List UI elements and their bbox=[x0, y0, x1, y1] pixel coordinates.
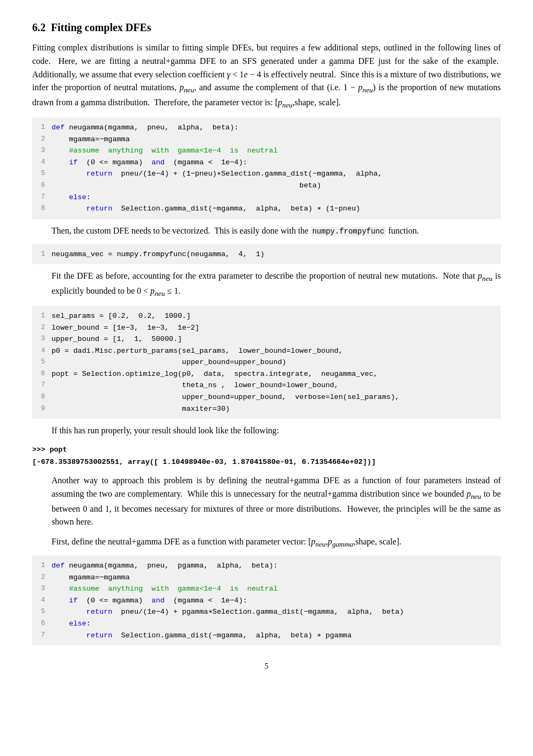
code-line: 7 else: bbox=[39, 192, 494, 203]
code-line: 4 if (0 <= mgamma) and (mgamma < 1e−4): bbox=[39, 595, 494, 607]
code-line: 9 maxiter=30) bbox=[39, 403, 494, 415]
fit-desc-paragraph: Fit the DFE as before, accounting for th… bbox=[52, 270, 501, 300]
code-block-neugamma-2: 1 def neugamma(mgamma, pneu, pgamma, alp… bbox=[32, 556, 501, 645]
code-line: 7 theta_ns , lower_bound=lower_bound, bbox=[39, 380, 494, 391]
code-line: 6 popt = Selection.optimize_log(p0, data… bbox=[39, 368, 494, 380]
code-line: 3 #assume anything with gamma<1e−4 is ne… bbox=[39, 145, 494, 157]
code-line: 5 return pneu/(1e−4) + (1−pneu)∗Selectio… bbox=[39, 168, 494, 180]
intro-paragraph: Fitting complex distributions is similar… bbox=[32, 41, 501, 111]
code-line: 5 upper_bound=upper_bound) bbox=[39, 357, 494, 368]
code-line: 2 lower_bound = [1e−3, 1e−3, 1e−2] bbox=[39, 322, 494, 334]
section-number: 6.2 bbox=[32, 21, 46, 33]
code-line: 8 return Selection.gamma_dist(−mgamma, a… bbox=[39, 203, 494, 215]
code-line: 1 neugamma_vec = numpy.frompyfunc(neugam… bbox=[39, 249, 494, 260]
code-line: 2 mgamma=−mgamma bbox=[39, 134, 494, 146]
approach2-paragraph: Another way to approach this problem is … bbox=[52, 474, 501, 529]
code-line: 3 #assume anything with gamma<1e−4 is ne… bbox=[39, 583, 494, 595]
section-title: Fitting complex DFEs bbox=[51, 21, 151, 33]
code-line: 2 mgamma=−mgamma bbox=[39, 572, 494, 584]
code-line: 8 upper_bound=upper_bound, verbose=len(s… bbox=[39, 391, 494, 403]
code-line: 4 p0 = dadi.Misc.perturb_params(sel_para… bbox=[39, 345, 494, 357]
vectorize-paragraph: Then, the custom DFE needs to be vectori… bbox=[52, 224, 501, 238]
code-line: 1 def neugamma(mgamma, pneu, pgamma, alp… bbox=[39, 560, 494, 572]
page-number: 5 bbox=[32, 662, 501, 671]
code-block-fit: 1 sel_params = [0.2, 0.2, 1000.] 2 lower… bbox=[32, 306, 501, 419]
code-block-neugamma-vec: 1 neugamma_vec = numpy.frompyfunc(neugam… bbox=[32, 244, 501, 265]
result-desc-paragraph: If this has run properly, your result sh… bbox=[52, 424, 501, 438]
code-line: 5 return pneu/(1e−4) + pgamma∗Selection.… bbox=[39, 606, 494, 618]
output-prompt: >>> popt bbox=[32, 444, 501, 456]
section-heading: 6.2 Fitting complex DFEs bbox=[32, 21, 501, 34]
code-line: 3 upper_bound = [1, 1, 50000.] bbox=[39, 333, 494, 345]
code-block-neugamma-1: 1 def neugamma(mgamma, pneu, alpha, beta… bbox=[32, 118, 501, 219]
code-line: 6 beta) bbox=[39, 180, 494, 192]
output-result: [-678.35389753002551, array([ 1.10498940… bbox=[32, 456, 501, 469]
numpy-frompyfunc-inline: numpy.frompyfunc bbox=[311, 227, 386, 236]
code-line: 7 return Selection.gamma_dist(−mgamma, a… bbox=[39, 630, 494, 642]
code-line: 1 def neugamma(mgamma, pneu, alpha, beta… bbox=[39, 122, 494, 134]
code-line: 1 sel_params = [0.2, 0.2, 1000.] bbox=[39, 310, 494, 322]
approach2b-paragraph: First, define the neutral+gamma DFE as a… bbox=[52, 535, 501, 550]
output-block: >>> popt [-678.35389753002551, array([ 1… bbox=[32, 444, 501, 469]
code-line: 6 else: bbox=[39, 618, 494, 630]
code-line: 4 if (0 <= mgamma) and (mgamma < 1e−4): bbox=[39, 157, 494, 169]
